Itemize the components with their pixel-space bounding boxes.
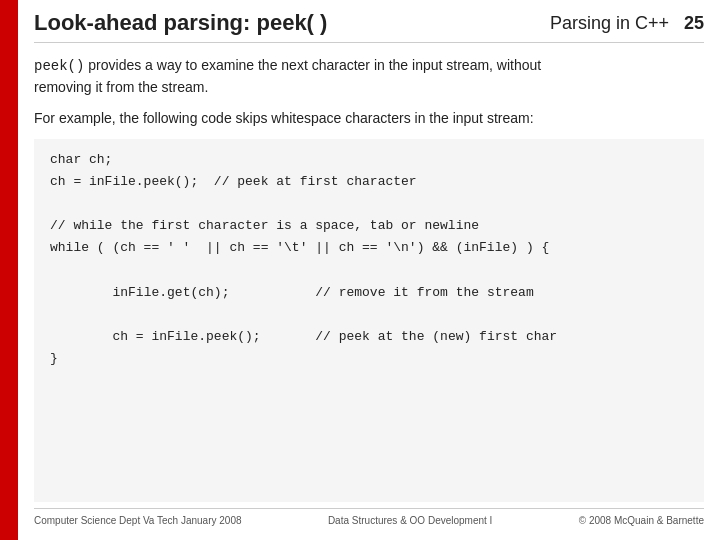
red-bar [0,0,18,540]
slide-footer: Computer Science Dept Va Tech January 20… [34,508,704,530]
example-label: For example, the following code skips wh… [34,108,704,129]
code-line7: inFile.get(ch); // remove it from the st… [81,285,533,300]
example-label-text: For example, the following code skips wh… [34,110,534,126]
desc-text1: provides a way to examine the next chara… [84,57,541,73]
code-block: char ch; ch = inFile.peek(); // peek at … [34,139,704,502]
page-number: 25 [684,13,704,33]
footer-center: Data Structures & OO Development I [328,515,493,526]
code-line5: while ( (ch == ' ' || ch == '\t' || ch =… [50,240,549,255]
slide-header: Look-ahead parsing: peek( ) Parsing in C… [34,10,704,43]
slide-title: Look-ahead parsing: peek( ) [34,10,327,36]
code-line9: ch = inFile.peek(); // peek at the (new)… [81,329,557,344]
code-line1: char ch; [50,152,112,167]
subtitle-text: Parsing in C++ [550,13,669,33]
code-line10: } [50,351,58,366]
main-content: Look-ahead parsing: peek( ) Parsing in C… [18,0,720,540]
footer-left: Computer Science Dept Va Tech January 20… [34,515,242,526]
code-line4: // while the first character is a space,… [50,218,479,233]
code-line2: ch = inFile.peek(); // peek at first cha… [50,174,417,189]
footer-right: © 2008 McQuain & Barnette [579,515,704,526]
description-paragraph: peek() provides a way to examine the nex… [34,55,704,98]
slide-subtitle: Parsing in C++ 25 [550,13,704,34]
desc-text2: removing it from the stream. [34,79,208,95]
peek-code-ref: peek() [34,58,84,74]
title-text: Look-ahead parsing: peek( ) [34,10,327,35]
